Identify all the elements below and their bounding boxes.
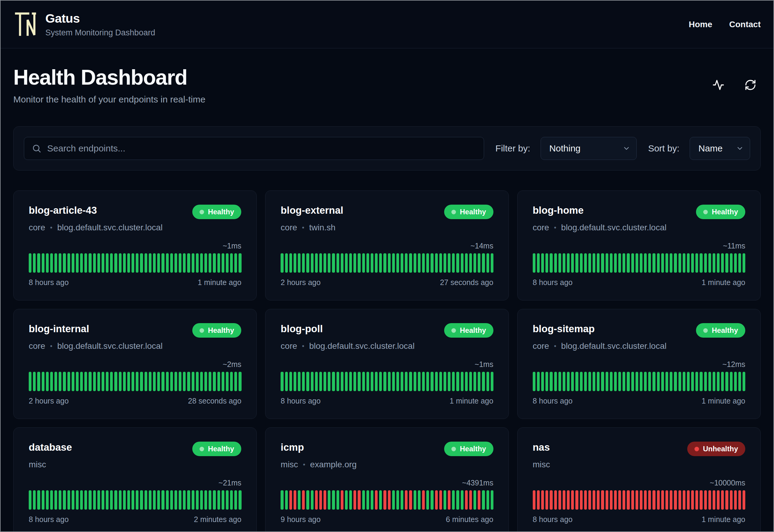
uptime-bar[interactable] <box>59 490 61 510</box>
uptime-bar[interactable] <box>545 253 548 273</box>
uptime-bar[interactable] <box>289 253 292 273</box>
uptime-bar[interactable] <box>614 490 617 510</box>
uptime-bar[interactable] <box>631 372 634 391</box>
uptime-bar[interactable] <box>166 372 169 391</box>
uptime-bar[interactable] <box>362 253 365 273</box>
sort-select[interactable]: Name <box>690 137 750 160</box>
uptime-bar[interactable] <box>461 490 463 510</box>
uptime-bar[interactable] <box>593 372 595 391</box>
uptime-bar[interactable] <box>127 490 130 510</box>
uptime-bar[interactable] <box>734 253 737 273</box>
uptime-bar[interactable] <box>200 253 203 273</box>
uptime-bar[interactable] <box>72 372 74 391</box>
uptime-bar[interactable] <box>473 253 476 273</box>
uptime-bar[interactable] <box>358 372 360 391</box>
uptime-bar[interactable] <box>349 372 352 391</box>
uptime-bar[interactable] <box>123 253 126 273</box>
uptime-bar[interactable] <box>623 372 625 391</box>
endpoint-card[interactable]: database Healthy misc ~21ms 8 hours ago … <box>13 427 257 532</box>
uptime-bar[interactable] <box>192 372 194 391</box>
uptime-bar[interactable] <box>725 490 728 510</box>
uptime-bar[interactable] <box>97 490 100 510</box>
uptime-bar[interactable] <box>80 253 83 273</box>
uptime-bar[interactable] <box>157 372 160 391</box>
uptime-bar[interactable] <box>482 490 485 510</box>
uptime-bar[interactable] <box>209 253 211 273</box>
uptime-bar[interactable] <box>730 372 733 391</box>
uptime-bar[interactable] <box>743 372 745 391</box>
uptime-bar[interactable] <box>353 490 356 510</box>
uptime-bar[interactable] <box>627 372 629 391</box>
uptime-bar[interactable] <box>584 253 587 273</box>
uptime-bar[interactable] <box>67 490 70 510</box>
uptime-bar[interactable] <box>54 490 57 510</box>
uptime-bar[interactable] <box>435 372 438 391</box>
uptime-bar[interactable] <box>204 372 207 391</box>
uptime-bar[interactable] <box>439 490 442 510</box>
uptime-bar[interactable] <box>84 372 87 391</box>
uptime-bar[interactable] <box>431 253 433 273</box>
uptime-bar[interactable] <box>315 253 318 273</box>
uptime-bar[interactable] <box>140 490 143 510</box>
uptime-bar[interactable] <box>614 372 617 391</box>
uptime-bar[interactable] <box>401 253 403 273</box>
uptime-bar[interactable] <box>704 253 707 273</box>
uptime-bar[interactable] <box>670 372 672 391</box>
uptime-bar[interactable] <box>396 372 399 391</box>
uptime-bar[interactable] <box>550 253 552 273</box>
uptime-bar[interactable] <box>76 253 79 273</box>
uptime-bar[interactable] <box>72 490 74 510</box>
uptime-bar[interactable] <box>444 253 446 273</box>
uptime-bar[interactable] <box>42 253 44 273</box>
uptime-bar[interactable] <box>358 490 360 510</box>
uptime-bar[interactable] <box>375 372 378 391</box>
uptime-bar[interactable] <box>414 372 416 391</box>
uptime-bar[interactable] <box>302 490 305 510</box>
uptime-bar[interactable] <box>405 253 408 273</box>
uptime-bar[interactable] <box>627 490 629 510</box>
uptime-bar[interactable] <box>571 253 574 273</box>
uptime-bar[interactable] <box>537 253 540 273</box>
uptime-bar[interactable] <box>661 490 664 510</box>
uptime-bar[interactable] <box>636 253 638 273</box>
uptime-bar[interactable] <box>405 372 408 391</box>
uptime-bar[interactable] <box>332 253 335 273</box>
uptime-bar[interactable] <box>580 372 583 391</box>
uptime-bar[interactable] <box>409 253 412 273</box>
uptime-bar[interactable] <box>533 372 535 391</box>
uptime-bar[interactable] <box>183 253 186 273</box>
uptime-bar[interactable] <box>89 253 91 273</box>
uptime-bar[interactable] <box>110 490 113 510</box>
uptime-bar[interactable] <box>743 490 745 510</box>
uptime-bar[interactable] <box>145 372 147 391</box>
uptime-bar[interactable] <box>618 253 621 273</box>
uptime-bar[interactable] <box>708 372 711 391</box>
uptime-bar[interactable] <box>123 490 126 510</box>
search-input[interactable] <box>24 137 484 160</box>
uptime-bar[interactable] <box>418 490 421 510</box>
uptime-bar[interactable] <box>657 490 660 510</box>
uptime-bar[interactable] <box>448 490 450 510</box>
uptime-bar[interactable] <box>33 253 36 273</box>
uptime-bar[interactable] <box>311 372 314 391</box>
uptime-bar[interactable] <box>537 490 540 510</box>
uptime-bar[interactable] <box>67 253 70 273</box>
uptime-bar[interactable] <box>606 490 608 510</box>
uptime-bar[interactable] <box>80 490 83 510</box>
uptime-bar[interactable] <box>644 490 647 510</box>
uptime-bar[interactable] <box>687 372 690 391</box>
uptime-bar[interactable] <box>166 253 169 273</box>
uptime-bar[interactable] <box>196 253 199 273</box>
uptime-bar[interactable] <box>80 372 83 391</box>
uptime-bar[interactable] <box>29 490 31 510</box>
uptime-bar[interactable] <box>179 253 181 273</box>
uptime-bar[interactable] <box>298 372 301 391</box>
uptime-bar[interactable] <box>136 253 138 273</box>
uptime-bar[interactable] <box>362 372 365 391</box>
uptime-bar[interactable] <box>341 253 343 273</box>
uptime-bar[interactable] <box>725 372 728 391</box>
uptime-bar[interactable] <box>366 372 369 391</box>
uptime-bar[interactable] <box>683 490 685 510</box>
uptime-bar[interactable] <box>371 253 373 273</box>
uptime-bar[interactable] <box>674 372 677 391</box>
